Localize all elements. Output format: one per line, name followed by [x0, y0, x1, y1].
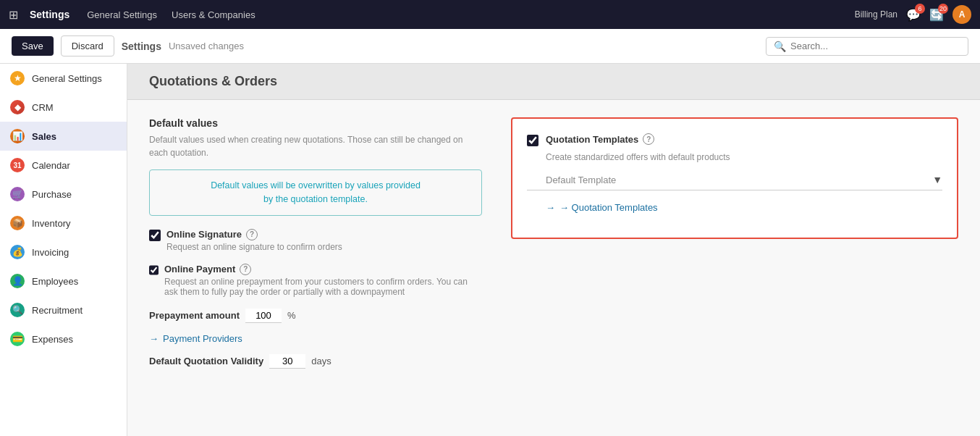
sidebar-label-recruitment: Recruitment — [32, 305, 83, 316]
default-values-title: Default values — [149, 117, 482, 129]
sidebar-item-general[interactable]: ★ General Settings — [0, 64, 127, 93]
sidebar-item-crm[interactable]: ◆ CRM — [0, 93, 127, 122]
online-signature-desc: Request an online signature to confirm o… — [166, 242, 342, 252]
layout: ★ General Settings ◆ CRM 📊 Sales 31 Cale… — [0, 64, 980, 436]
search-input[interactable] — [790, 41, 960, 51]
unsaved-changes: Unsaved changes — [169, 41, 244, 51]
info-box: Default values will be overwritten by va… — [149, 169, 482, 216]
payment-providers-link[interactable]: → Payment Providers — [149, 333, 482, 344]
prepayment-unit: % — [287, 310, 296, 321]
payment-providers-arrow: → — [149, 333, 159, 344]
toolbar-title: Settings — [122, 41, 161, 52]
online-signature-checkbox[interactable] — [149, 230, 161, 241]
chat-icon[interactable]: 💬 6 — [906, 8, 921, 22]
quotation-validity-row: Default Quotation Validity days — [149, 354, 482, 369]
purchase-icon: 🛒 — [10, 187, 25, 201]
qt-help-icon[interactable]: ? — [643, 133, 654, 145]
sidebar-label-employees: Employees — [32, 276, 78, 287]
crm-icon: ◆ — [10, 100, 25, 114]
quotation-validity-label: Default Quotation Validity — [149, 356, 263, 366]
section-header: Quotations & Orders — [127, 64, 980, 100]
nav-users-companies[interactable]: Users & Companies — [172, 9, 255, 20]
sidebar-item-recruitment[interactable]: 🔍 Recruitment — [0, 295, 127, 324]
chat-badge: 6 — [915, 4, 925, 14]
right-column: Quotation Templates ? Create standardize… — [511, 117, 958, 239]
sidebar-item-invoicing[interactable]: 💰 Invoicing — [0, 238, 127, 267]
toolbar: Save Discard Settings Unsaved changes 🔍 — [0, 29, 980, 64]
left-column: Default values Default values used when … — [149, 117, 482, 379]
prepayment-row: Prepayment amount % — [149, 309, 482, 323]
billing-plan[interactable]: Billing Plan — [855, 9, 897, 20]
sidebar: ★ General Settings ◆ CRM 📊 Sales 31 Cale… — [0, 64, 127, 436]
navbar-right: Billing Plan 💬 6 🔄 20 A — [855, 5, 971, 24]
navbar-links: General Settings Users & Companies — [87, 9, 255, 20]
sidebar-label-expenses: Expenses — [32, 334, 73, 345]
section-body: Default values Default values used when … — [127, 100, 980, 396]
search-box[interactable]: 🔍 — [766, 37, 968, 56]
online-payment-help-icon[interactable]: ? — [240, 264, 251, 275]
save-button[interactable]: Save — [12, 36, 54, 56]
sidebar-item-sales[interactable]: 📊 Sales — [0, 122, 127, 151]
qt-title-text: Quotation Templates — [546, 134, 638, 145]
prepayment-input[interactable] — [245, 309, 282, 323]
sales-icon: 📊 — [10, 129, 25, 143]
chevron-down-icon: ▼ — [932, 174, 942, 185]
sidebar-item-expenses[interactable]: 💳 Expenses — [0, 324, 127, 353]
sidebar-label-purchase: Purchase — [32, 189, 72, 200]
prepayment-label: Prepayment amount — [149, 310, 240, 321]
sidebar-item-inventory[interactable]: 📦 Inventory — [0, 209, 127, 238]
default-values-desc: Default values used when creating new qu… — [149, 133, 482, 159]
sidebar-label-calendar: Calendar — [32, 160, 70, 171]
app-title: Settings — [30, 9, 69, 20]
sidebar-item-calendar[interactable]: 31 Calendar — [0, 151, 127, 180]
invoicing-icon: 💰 — [10, 245, 25, 259]
update-icon[interactable]: 🔄 20 — [929, 8, 944, 22]
online-signature-help-icon[interactable]: ? — [246, 229, 258, 240]
online-payment-row: Online Payment ? Request an online prepa… — [149, 264, 482, 297]
employees-icon: 👤 — [10, 274, 25, 288]
sidebar-label-inventory: Inventory — [32, 218, 70, 229]
sidebar-label-crm: CRM — [32, 102, 54, 113]
recruitment-icon: 🔍 — [10, 303, 25, 317]
navbar: ⊞ Settings General Settings Users & Comp… — [0, 0, 980, 29]
qt-default-template-label: Default Template — [546, 175, 932, 185]
online-signature-row: Online Signature ? Request an online sig… — [149, 229, 482, 252]
qt-checkbox[interactable] — [527, 135, 538, 146]
grid-icon[interactable]: ⊞ — [9, 8, 18, 22]
sidebar-label-general: General Settings — [32, 73, 102, 84]
sidebar-item-employees[interactable]: 👤 Employees — [0, 267, 127, 295]
sidebar-item-purchase[interactable]: 🛒 Purchase — [0, 180, 127, 209]
quotation-templates-box: Quotation Templates ? Create standardize… — [511, 117, 958, 239]
section-title: Quotations & Orders — [149, 74, 958, 89]
nav-general-settings[interactable]: General Settings — [87, 9, 157, 20]
online-signature-label: Online Signature — [166, 229, 242, 240]
calendar-icon: 31 — [10, 158, 25, 172]
update-badge: 20 — [938, 4, 948, 14]
qt-link: → → Quotation Templates — [527, 202, 942, 213]
qt-desc: Create standardized offers with default … — [527, 152, 942, 162]
online-signature-info: Online Signature ? Request an online sig… — [166, 229, 342, 252]
online-payment-label: Online Payment — [164, 264, 235, 274]
discard-button[interactable]: Discard — [61, 35, 114, 56]
search-icon: 🔍 — [774, 41, 786, 52]
online-payment-desc: Request an online prepayment from your c… — [164, 277, 482, 297]
qt-header: Quotation Templates ? — [527, 133, 942, 146]
qt-default-template-dropdown[interactable]: Default Template ▼ — [527, 174, 942, 190]
info-box-line2: by the quotation template. — [263, 194, 368, 204]
user-avatar[interactable]: A — [952, 5, 971, 24]
online-payment-checkbox[interactable] — [149, 264, 159, 276]
sidebar-label-sales: Sales — [32, 131, 56, 142]
qt-link-arrow: → — [546, 202, 555, 213]
sidebar-label-invoicing: Invoicing — [32, 247, 69, 258]
general-icon: ★ — [10, 71, 25, 85]
quotation-validity-input[interactable] — [269, 354, 305, 369]
quotation-validity-unit: days — [311, 356, 331, 366]
info-box-line1: Default values will be overwritten by va… — [211, 180, 421, 190]
qt-link-label: → Quotation Templates — [559, 202, 658, 213]
expenses-icon: 💳 — [10, 332, 25, 346]
inventory-icon: 📦 — [10, 216, 25, 230]
online-payment-info: Online Payment ? Request an online prepa… — [164, 264, 482, 297]
payment-providers-label: Payment Providers — [163, 333, 242, 344]
main-content: Quotations & Orders Default values Defau… — [127, 64, 980, 436]
quotation-templates-link[interactable]: → → Quotation Templates — [546, 202, 942, 213]
